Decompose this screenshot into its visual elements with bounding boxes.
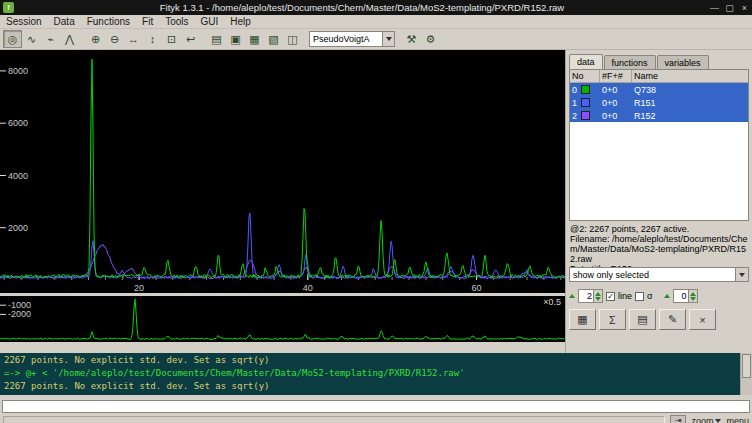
- menu-tools[interactable]: Tools: [159, 15, 194, 28]
- command-input[interactable]: [2, 400, 750, 413]
- settings-button[interactable]: ⚙: [421, 30, 440, 48]
- menu-data[interactable]: Data: [48, 15, 81, 28]
- minimize-button[interactable]: —: [707, 3, 722, 13]
- aux-plot-canvas[interactable]: -1000-2000: [0, 296, 565, 342]
- scrollbar-thumb[interactable]: [742, 354, 751, 378]
- spin-up-icon: [690, 292, 696, 296]
- menubar: SessionDataFunctionsFitToolsGUIHelp: [0, 15, 752, 29]
- zoom-y-auto-button[interactable]: ↕: [143, 30, 162, 48]
- data-range-mode-button[interactable]: ∿: [22, 30, 41, 48]
- column-header-no[interactable]: No: [570, 70, 600, 82]
- app-icon: f: [3, 2, 14, 13]
- mode-button-group: ◎∿⌁⋀: [3, 30, 79, 48]
- zoom-previous-button[interactable]: ↩: [181, 30, 200, 48]
- sidebar: datafunctionsvariables No #F+# Name 0 0+…: [565, 50, 752, 353]
- status-menu-label[interactable]: menu: [726, 416, 749, 423]
- delete-data-button[interactable]: ×: [689, 309, 716, 330]
- chevron-down-icon: [715, 419, 721, 423]
- chevron-down-icon[interactable]: [382, 32, 394, 46]
- statusbar: ⇥ zoom menu: [0, 415, 752, 423]
- status-zoom-label: zoom: [691, 416, 713, 423]
- dataset-number: 1: [572, 98, 577, 108]
- output-console: 2267 points. No explicit std. dev. Set a…: [0, 353, 752, 395]
- open-data-button[interactable]: ▤: [207, 30, 226, 48]
- main-plot-canvas[interactable]: 2040602000400060008000: [0, 50, 565, 293]
- console-lines: 2267 points. No explicit std. dev. Set a…: [0, 353, 740, 395]
- add-peak-mode-button[interactable]: ⋀: [60, 30, 79, 48]
- show-filter-dropdown[interactable]: show only selected: [569, 267, 749, 282]
- zoom-in-button[interactable]: ⊕: [86, 30, 105, 48]
- aux-plot[interactable]: -1000-2000 ×0.5: [0, 296, 565, 342]
- info-filename: Filename: /home/aleplo/test/Documents/Ch…: [570, 234, 748, 264]
- svg-text:-2000: -2000: [8, 309, 31, 319]
- main-plot[interactable]: 2040602000400060008000: [0, 50, 565, 293]
- dataset-row[interactable]: 0 0+0 Q738: [570, 83, 748, 96]
- console-line: 2267 points. No explicit std. dev. Set a…: [4, 354, 736, 367]
- sigma-checkbox[interactable]: [635, 292, 644, 301]
- dataset-color-swatch[interactable]: [581, 98, 590, 107]
- zoom-mode-button[interactable]: ◎: [3, 30, 22, 48]
- dataset-row[interactable]: 1 0+0 R151: [570, 96, 748, 109]
- toolbar: ◎∿⌁⋀ ⊕⊖↔↕⊡↩ ▤▣▦▧◫ PseudoVoigtA ⚒⚙: [0, 29, 752, 50]
- info-points: @2: 2267 points, 2267 active.: [570, 224, 748, 234]
- auto-add-peak-button[interactable]: ⚒: [402, 30, 421, 48]
- point-size-spinner[interactable]: 2: [578, 289, 603, 303]
- svg-text:4000: 4000: [8, 171, 28, 181]
- copy-data-button[interactable]: ▤: [629, 309, 656, 330]
- tab-functions[interactable]: functions: [604, 55, 656, 69]
- file-button-group: ▤▣▦▧◫: [207, 30, 302, 48]
- status-message-area: [3, 416, 665, 423]
- export-image-button[interactable]: ▧: [264, 30, 283, 48]
- tab-variables[interactable]: variables: [657, 55, 709, 69]
- svg-text:8000: 8000: [8, 66, 28, 76]
- edit-data-button[interactable]: ▦: [569, 309, 596, 330]
- zoom-all-button[interactable]: ⊡: [162, 30, 181, 48]
- dataset-function-count: 0+0: [600, 111, 632, 121]
- chevron-down-icon[interactable]: [735, 268, 748, 281]
- transform-data-button[interactable]: Σ: [599, 309, 626, 330]
- console-line: =-> @+ < '/home/aleplo/test/Documents/Ch…: [4, 367, 736, 380]
- point-size-value: 2: [579, 291, 593, 301]
- baseline-mode-button[interactable]: ⌁: [41, 30, 60, 48]
- close-button[interactable]: ×: [737, 3, 752, 13]
- maximize-button[interactable]: ▢: [722, 3, 737, 13]
- spin-up-icon: [595, 292, 601, 296]
- shift-up-icon[interactable]: [664, 294, 670, 298]
- action-button-group: ⚒⚙: [402, 30, 440, 48]
- rename-data-button[interactable]: ✎: [659, 309, 686, 330]
- menu-session[interactable]: Session: [0, 15, 48, 28]
- dataset-name: Q738: [632, 85, 748, 95]
- data-button-row: ▦Σ▤✎×: [569, 309, 749, 330]
- menu-gui[interactable]: GUI: [195, 15, 225, 28]
- titlebar: f Fityk 1.3.1 - /home/aleplo/test/Docume…: [0, 0, 752, 15]
- status-zoom[interactable]: zoom: [691, 416, 721, 423]
- menu-functions[interactable]: Functions: [81, 15, 136, 28]
- column-header-name[interactable]: Name: [632, 70, 748, 82]
- point-size-up-icon[interactable]: [569, 294, 575, 298]
- tab-data[interactable]: data: [569, 54, 603, 69]
- dataset-row[interactable]: 2 0+0 R152: [570, 109, 748, 122]
- console-scrollbar[interactable]: [740, 353, 752, 395]
- console-line: 2267 points. No explicit std. dev. Set a…: [4, 380, 736, 393]
- dataset-color-swatch[interactable]: [581, 111, 590, 120]
- open-session-button[interactable]: ▣: [226, 30, 245, 48]
- dataset-color-swatch[interactable]: [581, 85, 590, 94]
- line-checkbox-label: line: [618, 291, 632, 301]
- menu-fit[interactable]: Fit: [136, 15, 159, 28]
- zoom-x-auto-button[interactable]: ↔: [124, 30, 143, 48]
- line-checkbox[interactable]: ✓: [606, 292, 615, 301]
- zoom-out-button[interactable]: ⊖: [105, 30, 124, 48]
- function-type-combo[interactable]: PseudoVoigtA: [309, 31, 395, 47]
- shift-spinner[interactable]: 0: [673, 289, 698, 303]
- fityk-window: f Fityk 1.3.1 - /home/aleplo/test/Docume…: [0, 0, 752, 423]
- sidebar-tabs: datafunctionsvariables: [569, 52, 749, 69]
- status-corner-icon[interactable]: ⇥: [670, 415, 686, 423]
- menu-help[interactable]: Help: [224, 15, 257, 28]
- sigma-checkbox-label: σ: [647, 291, 653, 301]
- dataset-function-count: 0+0: [600, 85, 632, 95]
- column-header-functions[interactable]: #F+#: [600, 70, 632, 82]
- display-controls: 2 ✓ line σ 0: [569, 286, 749, 306]
- log-button[interactable]: ◫: [283, 30, 302, 48]
- spin-down-icon: [690, 297, 696, 301]
- save-session-button[interactable]: ▦: [245, 30, 264, 48]
